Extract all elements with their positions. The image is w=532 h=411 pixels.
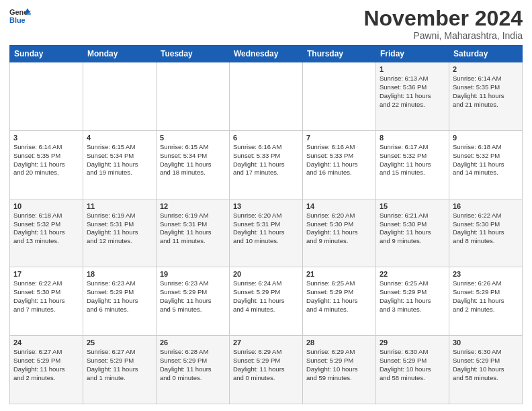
cell-info-line: and 2 minutes.	[13, 374, 79, 383]
calendar-cell: 19Sunrise: 6:23 AMSunset: 5:29 PMDayligh…	[157, 267, 230, 336]
day-number: 6	[233, 134, 299, 142]
cell-info-line: Daylight: 11 hours	[453, 228, 519, 237]
cell-info-line: Sunset: 5:34 PM	[160, 152, 226, 161]
cell-info-line: Sunset: 5:34 PM	[87, 152, 152, 161]
cell-info-line: Daylight: 11 hours	[87, 365, 152, 374]
calendar-cell	[303, 62, 376, 131]
calendar-table: Sunday Monday Tuesday Wednesday Thursday…	[9, 45, 523, 404]
calendar-cell: 9Sunrise: 6:18 AMSunset: 5:32 PMDaylight…	[449, 130, 523, 199]
cell-info-line: and 16 minutes.	[306, 169, 372, 177]
cell-info-line: and 9 minutes.	[306, 237, 372, 246]
cell-info-line: Daylight: 11 hours	[160, 161, 226, 169]
cell-info-line: Sunrise: 6:16 AM	[233, 143, 299, 152]
calendar-cell	[157, 62, 230, 131]
cell-info-line: Sunrise: 6:15 AM	[160, 143, 226, 152]
cell-info-line: Sunset: 5:29 PM	[306, 288, 372, 297]
cell-info-line: Sunrise: 6:23 AM	[87, 279, 152, 288]
cell-info-line: Sunrise: 6:25 AM	[380, 279, 445, 288]
cell-info-line: Sunrise: 6:13 AM	[380, 75, 445, 83]
cell-info-line: Sunset: 5:29 PM	[87, 357, 152, 365]
cell-info-line: Daylight: 10 hours	[453, 365, 519, 374]
day-number: 25	[87, 338, 152, 347]
day-number: 18	[87, 270, 152, 278]
cell-info-line: Daylight: 11 hours	[160, 228, 226, 237]
cell-info-line: and 58 minutes.	[380, 374, 445, 383]
cell-info-line: and 3 minutes.	[380, 306, 445, 314]
header-tuesday: Tuesday	[157, 46, 230, 62]
cell-info-line: Daylight: 11 hours	[13, 365, 79, 374]
day-number: 2	[453, 65, 519, 73]
cell-info-line: Sunrise: 6:27 AM	[87, 348, 152, 357]
cell-info-line: Daylight: 11 hours	[13, 228, 79, 237]
cell-info-line: Daylight: 11 hours	[380, 161, 445, 169]
subtitle: Pawni, Maharashtra, India	[363, 30, 523, 41]
calendar-cell: 7Sunrise: 6:16 AMSunset: 5:33 PMDaylight…	[303, 130, 376, 199]
cell-info-line: Daylight: 10 hours	[306, 365, 372, 374]
cell-info-line: Daylight: 11 hours	[233, 365, 299, 374]
cell-info-line: Sunrise: 6:19 AM	[87, 212, 152, 220]
header-sunday: Sunday	[10, 46, 83, 62]
cell-info-line: Sunrise: 6:16 AM	[306, 143, 372, 152]
day-number: 12	[160, 202, 226, 210]
cell-info-line: Sunset: 5:33 PM	[233, 152, 299, 161]
cell-info-line: Sunset: 5:35 PM	[453, 83, 519, 92]
cell-info-line: and 12 minutes.	[87, 237, 152, 246]
cell-info-line: and 18 minutes.	[160, 169, 226, 177]
cell-info-line: and 2 minutes.	[453, 306, 519, 314]
calendar-row-2: 10Sunrise: 6:18 AMSunset: 5:32 PMDayligh…	[10, 199, 523, 267]
header-thursday: Thursday	[303, 46, 376, 62]
calendar-cell: 30Sunrise: 6:30 AMSunset: 5:29 PMDayligh…	[449, 336, 523, 404]
cell-info-line: and 4 minutes.	[306, 306, 372, 314]
calendar-cell: 4Sunrise: 6:15 AMSunset: 5:34 PMDaylight…	[83, 130, 157, 199]
calendar-cell: 17Sunrise: 6:22 AMSunset: 5:30 PMDayligh…	[10, 267, 83, 336]
cell-info-line: Daylight: 11 hours	[306, 297, 372, 306]
cell-info-line: Sunset: 5:32 PM	[380, 152, 445, 161]
calendar-row-0: 1Sunrise: 6:13 AMSunset: 5:36 PMDaylight…	[10, 62, 523, 131]
cell-info-line: Daylight: 11 hours	[160, 297, 226, 306]
cell-info-line: Sunset: 5:29 PM	[87, 288, 152, 297]
cell-info-line: Daylight: 11 hours	[453, 297, 519, 306]
cell-info-line: Sunset: 5:31 PM	[160, 220, 226, 229]
cell-info-line: Sunset: 5:29 PM	[13, 357, 79, 365]
cell-info-line: Daylight: 11 hours	[160, 365, 226, 374]
day-number: 17	[13, 270, 79, 278]
cell-info-line: Sunset: 5:29 PM	[160, 288, 226, 297]
cell-info-line: Daylight: 11 hours	[233, 297, 299, 306]
calendar-cell: 12Sunrise: 6:19 AMSunset: 5:31 PMDayligh…	[157, 199, 230, 267]
cell-info-line: and 4 minutes.	[233, 306, 299, 314]
calendar-cell: 27Sunrise: 6:29 AMSunset: 5:29 PMDayligh…	[230, 336, 303, 404]
cell-info-line: Daylight: 11 hours	[306, 161, 372, 169]
calendar-cell: 25Sunrise: 6:27 AMSunset: 5:29 PMDayligh…	[83, 336, 157, 404]
calendar-cell	[230, 62, 303, 131]
cell-info-line: Daylight: 11 hours	[380, 228, 445, 237]
cell-info-line: and 21 minutes.	[453, 101, 519, 109]
cell-info-line: Sunrise: 6:14 AM	[453, 75, 519, 83]
cell-info-line: and 19 minutes.	[87, 169, 152, 177]
cell-info-line: Daylight: 11 hours	[453, 92, 519, 101]
cell-info-line: and 7 minutes.	[13, 306, 79, 314]
cell-info-line: and 5 minutes.	[160, 306, 226, 314]
calendar-cell: 29Sunrise: 6:30 AMSunset: 5:29 PMDayligh…	[376, 336, 449, 404]
calendar-cell: 22Sunrise: 6:25 AMSunset: 5:29 PMDayligh…	[376, 267, 449, 336]
header-monday: Monday	[83, 46, 157, 62]
cell-info-line: Sunrise: 6:14 AM	[13, 143, 79, 152]
cell-info-line: Daylight: 11 hours	[380, 297, 445, 306]
cell-info-line: and 6 minutes.	[87, 306, 152, 314]
cell-info-line: Sunset: 5:30 PM	[380, 220, 445, 229]
cell-info-line: Sunset: 5:31 PM	[233, 220, 299, 229]
cell-info-line: and 13 minutes.	[13, 237, 79, 246]
day-number: 5	[160, 134, 226, 142]
calendar-row-4: 24Sunrise: 6:27 AMSunset: 5:29 PMDayligh…	[10, 336, 523, 404]
cell-info-line: Sunrise: 6:20 AM	[306, 212, 372, 220]
cell-info-line: Sunset: 5:29 PM	[380, 288, 445, 297]
cell-info-line: and 17 minutes.	[233, 169, 299, 177]
calendar-cell: 3Sunrise: 6:14 AMSunset: 5:35 PMDaylight…	[10, 130, 83, 199]
calendar-row-3: 17Sunrise: 6:22 AMSunset: 5:30 PMDayligh…	[10, 267, 523, 336]
day-number: 4	[87, 134, 152, 142]
calendar-cell	[83, 62, 157, 131]
cell-info-line: Daylight: 11 hours	[380, 92, 445, 101]
day-number: 1	[380, 65, 445, 73]
day-number: 20	[233, 270, 299, 278]
cell-info-line: Sunset: 5:35 PM	[13, 152, 79, 161]
day-number: 28	[306, 338, 372, 347]
